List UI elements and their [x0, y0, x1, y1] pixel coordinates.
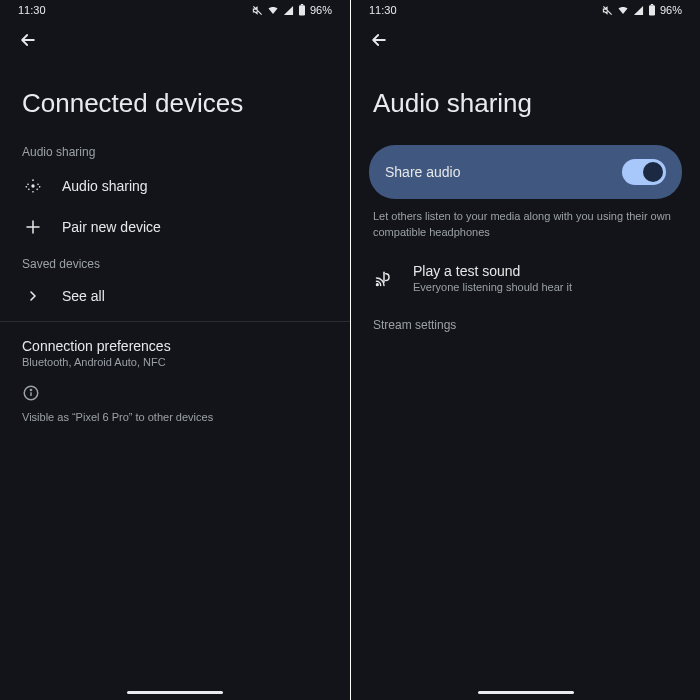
info-icon	[0, 374, 350, 407]
battery-percent: 96%	[310, 4, 332, 16]
row-pair-new-device[interactable]: Pair new device	[0, 207, 350, 247]
share-audio-description: Let others listen to your media along wi…	[351, 209, 700, 252]
chevron-right-icon	[22, 288, 44, 304]
pref-subtitle: Bluetooth, Android Auto, NFC	[22, 356, 328, 368]
svg-point-9	[26, 186, 28, 188]
nav-handle[interactable]	[478, 691, 574, 694]
svg-point-3	[27, 184, 29, 186]
wifi-icon	[617, 4, 629, 16]
clock: 11:30	[369, 4, 397, 16]
svg-rect-15	[651, 4, 653, 5]
mute-icon	[602, 5, 613, 16]
page-title: Audio sharing	[373, 88, 700, 119]
status-bar: 11:30 96%	[0, 0, 350, 20]
row-label: Audio sharing	[62, 178, 148, 194]
toggle-on-icon[interactable]	[622, 159, 666, 185]
divider	[0, 321, 350, 322]
visible-as-text: Visible as “Pixel 6 Pro” to other device…	[0, 407, 350, 427]
section-label-audio: Audio sharing	[0, 145, 350, 159]
audio-sharing-icon	[22, 176, 44, 196]
status-bar: 11:30 96%	[351, 0, 700, 20]
back-button[interactable]	[363, 24, 395, 56]
svg-point-8	[32, 191, 34, 193]
share-audio-label: Share audio	[385, 164, 461, 180]
mute-icon	[252, 5, 263, 16]
page-title: Connected devices	[22, 88, 350, 119]
battery-percent: 96%	[660, 4, 682, 16]
clock: 11:30	[18, 4, 46, 16]
screen-audio-sharing: 11:30 96% Audio sharing Share audio	[350, 0, 700, 700]
svg-rect-0	[299, 5, 305, 15]
section-label-saved: Saved devices	[0, 257, 350, 271]
battery-icon	[298, 4, 306, 16]
nav-handle[interactable]	[127, 691, 223, 694]
row-sublabel: Everyone listening should hear it	[413, 281, 678, 293]
row-see-all[interactable]: See all	[0, 277, 350, 315]
row-label: Pair new device	[62, 219, 161, 235]
signal-icon	[283, 5, 294, 16]
cast-audio-icon	[373, 268, 395, 288]
svg-point-5	[28, 189, 30, 191]
plus-icon	[22, 218, 44, 236]
app-bar	[0, 20, 350, 60]
svg-point-13	[30, 390, 31, 391]
svg-rect-1	[301, 4, 303, 5]
wifi-icon	[267, 4, 279, 16]
back-button[interactable]	[12, 24, 44, 56]
row-label: See all	[62, 288, 105, 304]
svg-point-2	[31, 185, 34, 188]
row-connection-preferences[interactable]: Connection preferences Bluetooth, Androi…	[0, 328, 350, 374]
row-play-test-sound[interactable]: Play a test sound Everyone listening sho…	[351, 252, 700, 304]
row-audio-sharing[interactable]: Audio sharing	[0, 165, 350, 207]
screen-connected-devices: 11:30 96% Connected devices Audio sharin…	[0, 0, 350, 700]
pref-title: Connection preferences	[22, 338, 328, 354]
row-label: Play a test sound	[413, 263, 678, 279]
svg-point-4	[37, 184, 39, 186]
svg-point-7	[32, 180, 34, 182]
battery-icon	[648, 4, 656, 16]
svg-point-6	[36, 189, 38, 191]
share-audio-toggle-row[interactable]: Share audio	[369, 145, 682, 199]
section-label-stream: Stream settings	[351, 318, 700, 332]
app-bar	[351, 20, 700, 60]
svg-point-10	[39, 186, 41, 188]
svg-point-16	[377, 284, 379, 286]
svg-rect-14	[649, 5, 655, 15]
signal-icon	[633, 5, 644, 16]
